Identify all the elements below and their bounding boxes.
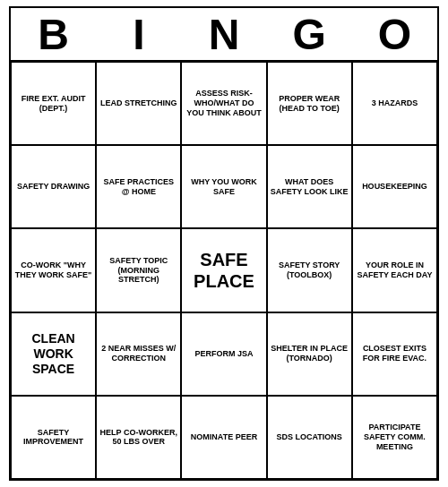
header-letter-i: I xyxy=(96,10,181,59)
cell-2: ASSESS RISK- WHO/WHAT DO YOU THINK ABOUT xyxy=(181,62,266,145)
cell-14: YOUR ROLE IN SAFETY EACH DAY xyxy=(352,228,437,312)
cell-18: SHELTER IN PLACE (TORNADO) xyxy=(267,312,352,396)
cell-0: FIRE EXT. AUDIT (DEPT.) xyxy=(11,62,96,145)
cell-7: WHY YOU WORK SAFE xyxy=(181,145,266,228)
cell-23: SDS LOCATIONS xyxy=(267,396,352,479)
cell-12: SAFE PLACE xyxy=(181,228,266,312)
bingo-grid: FIRE EXT. AUDIT (DEPT.)LEAD STRETCHINGAS… xyxy=(11,62,437,479)
cell-1: LEAD STRETCHING xyxy=(96,62,181,145)
bingo-header: BINGO xyxy=(11,8,437,62)
cell-6: SAFE PRACTICES @ HOME xyxy=(96,145,181,228)
header-letter-g: G xyxy=(267,10,352,59)
header-letter-b: B xyxy=(11,10,96,59)
cell-20: SAFETY IMPROVEMENT xyxy=(11,396,96,479)
cell-10: CO-WORK "WHY THEY WORK SAFE" xyxy=(11,228,96,312)
header-letter-n: N xyxy=(181,10,266,59)
cell-17: PERFORM JSA xyxy=(181,312,266,396)
cell-15: CLEAN WORK SPACE xyxy=(11,312,96,396)
cell-13: SAFETY STORY (TOOLBOX) xyxy=(267,228,352,312)
cell-9: HOUSEKEEPING xyxy=(352,145,437,228)
bingo-card: BINGO FIRE EXT. AUDIT (DEPT.)LEAD STRETC… xyxy=(9,6,439,481)
cell-11: SAFETY TOPIC (MORNING STRETCH) xyxy=(96,228,181,312)
cell-4: 3 HAZARDS xyxy=(352,62,437,145)
cell-16: 2 NEAR MISSES W/ CORRECTION xyxy=(96,312,181,396)
cell-24: PARTICIPATE SAFETY COMM. MEETING xyxy=(352,396,437,479)
cell-5: SAFETY DRAWING xyxy=(11,145,96,228)
cell-8: WHAT DOES SAFETY LOOK LIKE xyxy=(267,145,352,228)
cell-22: NOMINATE PEER xyxy=(181,396,266,479)
header-letter-o: O xyxy=(352,10,437,59)
cell-21: HELP CO-WORKER, 50 LBS OVER xyxy=(96,396,181,479)
cell-3: PROPER WEAR (HEAD TO TOE) xyxy=(267,62,352,145)
cell-19: CLOSEST EXITS FOR FIRE EVAC. xyxy=(352,312,437,396)
